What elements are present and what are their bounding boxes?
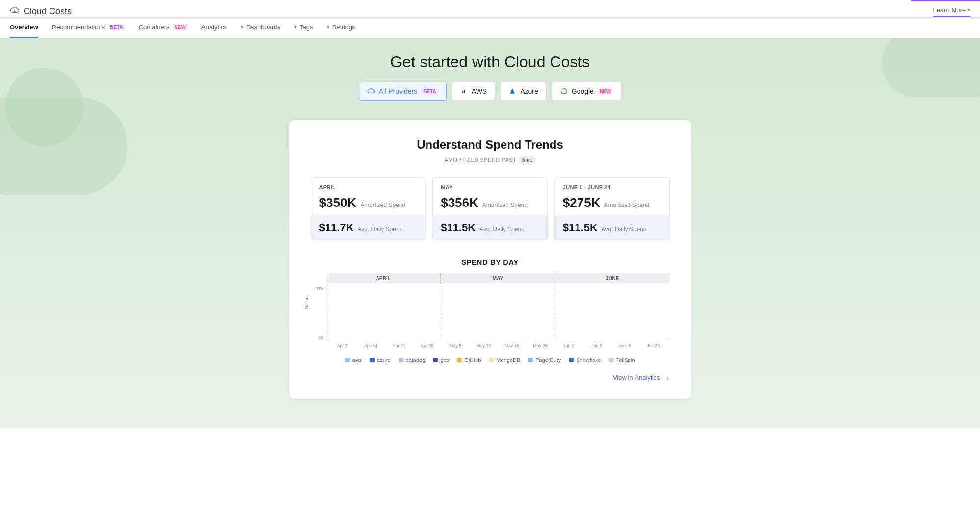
x-tick: May 26	[526, 343, 554, 348]
legend-swatch	[433, 358, 438, 362]
x-tick: Apr 21	[385, 343, 413, 348]
legend-item: PagerDuty	[528, 357, 561, 363]
provider-azure[interactable]: Azure	[500, 82, 547, 101]
summary-month: MAY	[441, 184, 539, 190]
x-tick: May 12	[470, 343, 498, 348]
summary-card: APRIL $350K Amortized Spend $11.7K Avg. …	[311, 177, 426, 240]
badge: NEW	[173, 24, 188, 30]
provider-all-providers[interactable]: All ProvidersBETA	[359, 82, 447, 101]
x-tick: May 5	[441, 343, 470, 348]
x-tick: Apr 14	[356, 343, 385, 348]
legend-item: aws	[345, 357, 362, 363]
amortized-label: Amortized Spend	[604, 202, 649, 208]
chevron-down-icon: ▾	[294, 25, 297, 30]
chevron-down-icon: ▾	[968, 7, 970, 13]
provider-google[interactable]: GoogleNEW	[552, 82, 622, 101]
chevron-down-icon: ▾	[327, 25, 329, 30]
cloud-costs-icon	[10, 5, 20, 17]
x-tick: Jun 2	[554, 343, 583, 348]
amortized-label: Amortized Spend	[482, 202, 528, 208]
x-tick: Jun 16	[611, 343, 639, 348]
legend-swatch	[399, 358, 403, 362]
month-header: MAY	[441, 273, 555, 283]
view-in-analytics-link[interactable]: View in Analytics →	[311, 374, 670, 381]
summary-card: JUNE 1 - JUNE 24 $275K Amortized Spend $…	[554, 177, 670, 240]
spend-trends-card: Understand Spend Trends AMORTIZED SPEND …	[289, 120, 691, 399]
summary-card: MAY $356K Amortized Spend $11.5K Avg. Da…	[432, 177, 548, 240]
hero-title: Get started with Cloud Costs	[0, 53, 980, 71]
x-tick: May 19	[498, 343, 527, 348]
amortized-value: $356K	[441, 195, 478, 210]
legend-swatch	[609, 358, 614, 362]
summary-month: JUNE 1 - JUNE 24	[563, 184, 661, 190]
spend-by-day-chart: APRILMAYJUNE Dollars 15k 0k Apr 7Apr 14A…	[311, 273, 670, 363]
legend-swatch	[370, 358, 375, 362]
arrow-right-icon: →	[663, 374, 670, 381]
y-tick: 15k	[316, 286, 324, 291]
main-nav: OverviewRecommendationsBETAContainersNEW…	[0, 18, 980, 38]
chevron-down-icon: ▾	[241, 25, 243, 30]
legend-swatch	[489, 358, 494, 362]
amortized-value: $350K	[319, 195, 357, 210]
x-tick: Jun 9	[583, 343, 611, 348]
daily-value: $11.7K	[319, 221, 354, 234]
badge: BETA	[108, 24, 125, 30]
card-subtitle: AMORTIZED SPEND PAST	[445, 157, 517, 163]
legend-item: MongoDB	[489, 357, 520, 363]
x-tick: Apr 7	[328, 343, 357, 348]
daily-value: $11.5K	[563, 221, 598, 234]
nav-tags[interactable]: ▾Tags	[294, 18, 313, 38]
daily-value: $11.5K	[441, 221, 476, 234]
x-tick: Apr 28	[413, 343, 442, 348]
chart-title: SPEND BY DAY	[311, 258, 670, 266]
y-tick: 0k	[319, 335, 324, 340]
legend-swatch	[569, 358, 574, 362]
legend-item: gcp	[433, 357, 449, 363]
nav-containers[interactable]: ContainersNEW	[139, 18, 188, 38]
google-icon	[560, 87, 568, 95]
month-header: APRIL	[327, 273, 441, 283]
aws-icon: a	[460, 87, 468, 95]
badge: BETA	[421, 88, 438, 95]
nav-settings[interactable]: ▾Settings	[327, 18, 355, 38]
x-tick: Jun 23	[639, 343, 668, 348]
daily-label: Avg. Daily Spend	[602, 226, 647, 232]
legend-item: GitHub	[457, 357, 481, 363]
legend-swatch	[528, 358, 533, 362]
month-header: JUNE	[555, 273, 670, 283]
daily-label: Avg. Daily Spend	[479, 226, 525, 232]
period-chip[interactable]: 3mo	[519, 156, 535, 163]
summary-month: APRIL	[319, 184, 418, 190]
amortized-value: $275K	[563, 195, 601, 210]
cloud-icon	[367, 87, 375, 95]
azure-icon	[508, 87, 516, 95]
daily-label: Avg. Daily Spend	[357, 226, 402, 232]
legend-item: datadog	[399, 357, 426, 363]
badge: NEW	[598, 88, 613, 95]
legend-swatch	[457, 358, 462, 362]
y-axis-label: Dollars	[304, 295, 309, 309]
provider-aws[interactable]: aAWS	[452, 82, 495, 101]
nav-dashboards[interactable]: ▾Dashboards	[241, 18, 280, 38]
legend-swatch	[345, 358, 350, 362]
legend-item: TellSpin	[609, 357, 635, 363]
legend-item: Snowflake	[569, 357, 601, 363]
nav-overview[interactable]: Overview	[10, 18, 38, 38]
amortized-label: Amortized Spend	[360, 202, 405, 208]
page-title: Cloud Costs	[24, 6, 72, 17]
card-title: Understand Spend Trends	[311, 138, 670, 152]
provider-selector: All ProvidersBETAaAWSAzureGoogleNEW	[0, 82, 980, 101]
legend-item: azure	[370, 357, 391, 363]
nav-recommendations[interactable]: RecommendationsBETA	[52, 18, 125, 38]
nav-analytics[interactable]: Analytics	[201, 18, 227, 38]
learn-more-link[interactable]: Learn More ▾	[933, 6, 970, 17]
